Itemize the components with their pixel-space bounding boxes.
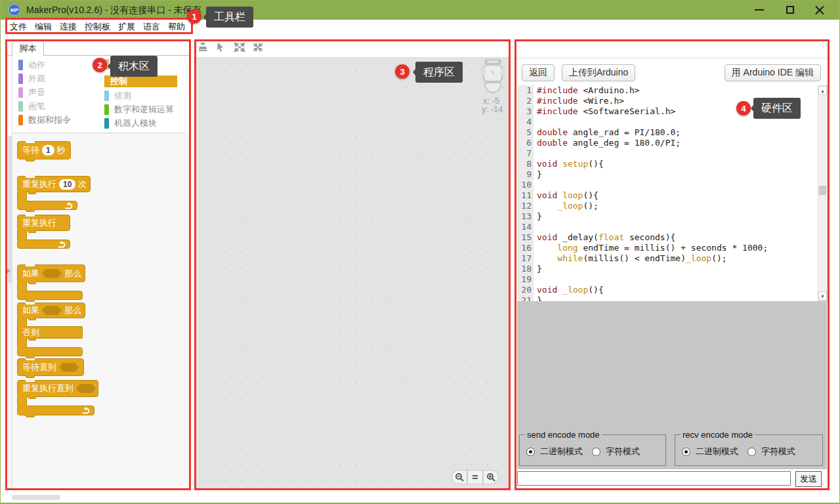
- block-repeat-until[interactable]: 重复执行直到: [17, 380, 98, 415]
- duplicate-icon[interactable]: [197, 41, 209, 56]
- menu-connect[interactable]: 连接: [60, 21, 77, 33]
- code-line: 15void _delay(float seconds){: [518, 232, 817, 243]
- annotation-tooltip-toolbar: 工具栏: [206, 7, 253, 28]
- send-char-radio[interactable]: [592, 448, 600, 456]
- annotation-tooltip-blocks: 积木区: [110, 56, 158, 77]
- block-if-else[interactable]: 如果 那么 否则: [17, 303, 85, 356]
- zoom-out-button[interactable]: [452, 470, 467, 484]
- menu-extensions[interactable]: 扩展: [118, 21, 135, 33]
- code-line: 19: [518, 274, 817, 285]
- code-line: 11void loop(){: [518, 190, 817, 201]
- delete-icon[interactable]: [215, 41, 227, 56]
- annotation-badge-3: 3: [395, 64, 410, 79]
- menubar: 文件 编辑 连接 控制板 扩展 语言 帮助: [0, 20, 840, 34]
- window-title: MakerPro(v10.2.6) - 没有连接串口 - 未保存: [26, 5, 201, 16]
- category-pen[interactable]: 画笔: [18, 100, 45, 112]
- operators-color-chip: [104, 104, 109, 115]
- scrollbar-thumb[interactable]: [819, 186, 826, 195]
- send-binary-radio[interactable]: [526, 448, 535, 456]
- edit-with-ide-button[interactable]: 用 Arduino IDE 编辑: [724, 64, 821, 81]
- upload-arduino-button[interactable]: 上传到Arduino: [562, 64, 635, 81]
- category-control[interactable]: 控制: [104, 75, 177, 87]
- category-looks[interactable]: 外观: [18, 73, 45, 85]
- maximize-button[interactable]: [786, 6, 794, 14]
- looks-color-chip: [18, 74, 23, 84]
- shrink-icon[interactable]: [252, 42, 264, 55]
- condition-slot[interactable]: [42, 306, 62, 315]
- block-forever[interactable]: 重复执行: [17, 215, 70, 249]
- sound-color-chip: [18, 87, 23, 98]
- category-robot[interactable]: 机器人模块: [104, 117, 157, 129]
- menu-file[interactable]: 文件: [10, 21, 27, 33]
- app-logo-icon: MP: [9, 4, 20, 16]
- device-y-coordinate: y: -14: [482, 104, 503, 114]
- annotation-tooltip-hardware: 硬件区: [753, 98, 801, 119]
- menu-language[interactable]: 语言: [143, 21, 160, 33]
- send-encode-groupbox: send encode mode 二进制模式 字符模式: [519, 434, 666, 466]
- block-if-then[interactable]: 如果 那么: [17, 264, 85, 300]
- program-canvas[interactable]: x x: -5 y: -14: [195, 58, 510, 490]
- close-button[interactable]: [815, 5, 824, 14]
- palette-collapse-arrow[interactable]: [6, 268, 10, 274]
- pen-color-chip: [18, 101, 23, 112]
- code-line: 16 long endTime = millis() + seconds * 1…: [518, 243, 817, 253]
- scroll-down-arrow[interactable]: ▼: [818, 291, 827, 301]
- category-sound[interactable]: 声音: [18, 87, 45, 98]
- repeat-count-input[interactable]: 10: [59, 179, 75, 190]
- device-ghost-image: x: [481, 59, 505, 97]
- loop-arrow-icon: [57, 241, 66, 248]
- code-line: 6double angle_deg = 180.0/PI;: [518, 138, 817, 148]
- code-line: 5double angle_rad = PI/180.0;: [518, 127, 817, 138]
- menu-edit[interactable]: 编辑: [35, 21, 52, 33]
- annotation-tooltip-program: 程序区: [415, 62, 463, 83]
- svg-text:x: x: [492, 69, 495, 75]
- code-line: 20void _loop(){: [518, 285, 817, 295]
- code-line: 8void setup(){: [518, 159, 817, 169]
- scroll-up-arrow[interactable]: ▲: [818, 86, 827, 95]
- code-line: 18}: [518, 264, 817, 274]
- category-data[interactable]: 数据和指令: [18, 114, 71, 126]
- code-line: 12 _loop();: [518, 201, 817, 211]
- motion-color-chip: [18, 60, 23, 70]
- palette-scrollbar-thumb[interactable]: [8, 136, 12, 283]
- loop-arrow-icon: [81, 407, 90, 414]
- zoom-reset-button[interactable]: [467, 470, 483, 484]
- recv-encode-groupbox: recv encode mode 二进制模式 字符模式: [675, 434, 823, 466]
- block-repeat-times[interactable]: 重复执行 10 次: [17, 176, 91, 210]
- zoom-in-button[interactable]: [483, 470, 499, 484]
- minimize-button[interactable]: [755, 9, 764, 10]
- category-sensing[interactable]: 侦测: [104, 90, 131, 102]
- back-button[interactable]: 返回: [522, 64, 555, 81]
- robot-color-chip: [104, 118, 109, 129]
- serial-send-input[interactable]: [517, 471, 791, 486]
- horizontal-scrollbar-thumb[interactable]: [12, 495, 60, 500]
- code-line: 9}: [518, 169, 817, 180]
- category-motion[interactable]: 动作: [18, 59, 45, 71]
- condition-slot[interactable]: [76, 384, 96, 393]
- recv-binary-radio[interactable]: [682, 448, 690, 456]
- panel-divider: [515, 58, 829, 58]
- code-line: 21}: [518, 295, 817, 301]
- zoom-controls: [452, 470, 499, 484]
- category-operators[interactable]: 数字和逻辑运算: [104, 104, 174, 116]
- send-button[interactable]: 发送: [795, 471, 822, 487]
- code-line: 7: [518, 148, 817, 159]
- recv-char-radio[interactable]: [747, 448, 756, 456]
- code-line: 14: [518, 222, 817, 232]
- tab-scripts[interactable]: 脚本: [12, 41, 44, 56]
- code-scrollbar[interactable]: ▲ ▼: [818, 85, 828, 301]
- code-line: 13}: [518, 211, 817, 222]
- code-line: 10: [518, 180, 817, 190]
- grow-icon[interactable]: [234, 42, 245, 55]
- sensing-color-chip: [104, 91, 109, 101]
- condition-slot[interactable]: [59, 363, 79, 372]
- menu-help[interactable]: 帮助: [168, 21, 185, 33]
- code-line: 17 while(millis() < endTime)_loop();: [518, 253, 817, 264]
- code-line: 1#include <Arduino.h>: [518, 85, 817, 96]
- menu-board[interactable]: 控制板: [85, 21, 110, 33]
- wait-value-input[interactable]: 1: [42, 145, 54, 156]
- condition-slot[interactable]: [42, 269, 62, 278]
- block-wait[interactable]: 等待 1 秒: [17, 141, 71, 159]
- block-wait-until[interactable]: 等待直到: [17, 358, 84, 376]
- program-toolbar: [195, 40, 510, 58]
